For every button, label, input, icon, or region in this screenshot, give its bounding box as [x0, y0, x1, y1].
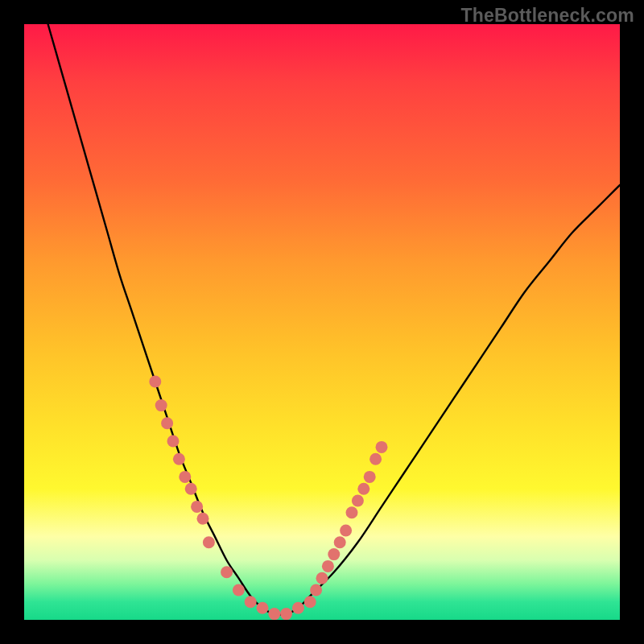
curve-path-group — [48, 24, 620, 615]
watermark-text: TheBottleneck.com — [460, 5, 634, 27]
highlight-dot — [179, 471, 191, 483]
chart-frame: TheBottleneck.com — [0, 0, 644, 644]
highlight-dot — [149, 376, 161, 388]
highlight-dot — [292, 602, 304, 614]
highlight-dot — [280, 608, 292, 620]
highlight-dot — [155, 399, 167, 411]
plot-area — [24, 24, 620, 620]
highlight-dot — [197, 513, 209, 525]
bottleneck-curve — [48, 24, 620, 615]
highlight-dot — [334, 536, 346, 548]
highlight-dot — [191, 501, 203, 513]
highlight-dot — [352, 495, 364, 507]
highlight-dot — [167, 436, 180, 448]
highlight-dot — [376, 441, 388, 453]
highlight-dots-group — [149, 376, 387, 621]
highlight-dot — [245, 596, 257, 608]
highlight-dot — [369, 453, 382, 465]
highlight-dot — [268, 608, 280, 620]
highlight-dot — [316, 572, 328, 584]
highlight-dot — [310, 584, 322, 597]
highlight-dot — [346, 506, 358, 518]
highlight-dot — [357, 483, 369, 495]
highlight-dot — [328, 548, 340, 560]
highlight-dot — [185, 483, 197, 495]
highlight-dot — [221, 566, 233, 578]
highlight-dot — [364, 471, 376, 483]
highlight-dot — [161, 417, 173, 429]
highlight-dot — [233, 584, 245, 597]
highlight-dot — [173, 453, 185, 465]
highlight-dot — [304, 596, 316, 608]
highlight-dot — [340, 525, 352, 537]
highlight-dot — [257, 602, 269, 614]
highlight-dot — [203, 536, 215, 548]
curve-svg — [24, 24, 620, 620]
highlight-dot — [322, 560, 334, 572]
